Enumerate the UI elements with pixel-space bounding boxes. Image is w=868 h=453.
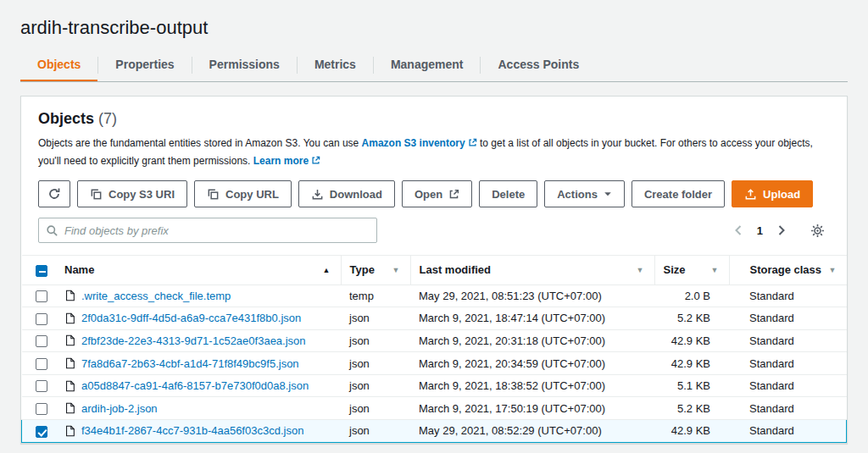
external-link-icon [311, 156, 320, 165]
column-header-name[interactable]: Name▲ [56, 256, 341, 285]
table-row: 2fbf23de-22e3-4313-9d71-1c52ae0f3aea.jso… [22, 329, 847, 352]
object-storage-class: Standard [729, 307, 847, 330]
open-button[interactable]: Open [402, 180, 472, 207]
row-checkbox[interactable] [36, 335, 47, 347]
column-header-size[interactable]: Size▼ [654, 256, 729, 285]
objects-panel-header: Objects (7) Objects are the fundamental … [21, 97, 847, 170]
object-size: 5.1 KB [654, 374, 729, 397]
copy-icon [90, 188, 103, 201]
object-last-modified: March 9, 2021, 20:34:59 (UTC+07:00) [410, 352, 654, 375]
object-name-link[interactable]: .write_access_check_file.temp [81, 290, 231, 302]
table-row: ardih-job-2.json json March 9, 2021, 17:… [22, 397, 847, 420]
object-name-link[interactable]: ardih-job-2.json [81, 402, 158, 415]
object-storage-class: Standard [729, 285, 847, 307]
caret-down-icon [604, 190, 612, 198]
copy-icon [207, 188, 220, 201]
upload-icon [744, 188, 757, 201]
chevron-left-icon [733, 224, 743, 236]
object-last-modified: March 9, 2021, 18:47:14 (UTC+07:00) [410, 307, 654, 330]
bucket-tabs: Objects Properties Permissions Metrics M… [20, 49, 848, 82]
delete-button[interactable]: Delete [479, 180, 537, 207]
copy-s3-uri-button[interactable]: Copy S3 URI [77, 180, 187, 207]
download-icon [311, 188, 324, 201]
object-type: json [341, 307, 410, 330]
table-row: 7fa8d6a7-2b63-4cbf-a1d4-71f8f49bc9f5.jso… [22, 352, 847, 375]
object-storage-class: Standard [729, 419, 847, 442]
tab-management[interactable]: Management [374, 49, 481, 81]
learn-more-link[interactable]: Learn more [253, 155, 320, 167]
object-type: json [341, 352, 410, 375]
object-last-modified: March 9, 2021, 20:31:18 (UTC+07:00) [410, 329, 654, 352]
chevron-right-icon [776, 224, 787, 236]
column-header-storage-class[interactable]: Storage class▼ [729, 256, 847, 285]
row-checkbox[interactable] [36, 313, 47, 325]
object-storage-class: Standard [729, 374, 847, 397]
select-all-header [22, 256, 57, 285]
sort-caret-icon: ▼ [711, 266, 721, 274]
row-checkbox[interactable] [36, 290, 47, 302]
objects-count: (7) [98, 110, 117, 127]
copy-url-button[interactable]: Copy URL [194, 180, 292, 207]
create-folder-button[interactable]: Create folder [632, 180, 725, 207]
file-icon [64, 402, 75, 414]
row-checkbox[interactable] [36, 380, 47, 392]
current-page[interactable]: 1 [752, 224, 768, 237]
sort-caret-icon: ▼ [637, 266, 646, 274]
file-icon [64, 334, 75, 346]
table-row: .write_access_check_file.temp temp May 2… [22, 285, 847, 307]
search-row: 1 [21, 218, 847, 255]
row-checkbox[interactable] [36, 358, 47, 370]
page-title: ardih-transcribe-output [20, 17, 848, 39]
object-type: temp [341, 285, 410, 307]
object-size: 5.2 KB [654, 397, 729, 420]
object-type: json [341, 329, 410, 352]
sort-caret-icon: ▼ [829, 266, 838, 274]
tab-permissions[interactable]: Permissions [192, 49, 297, 81]
search-box [38, 218, 377, 243]
external-link-icon [448, 189, 459, 200]
objects-panel: Objects (7) Objects are the fundamental … [20, 96, 848, 444]
row-checkbox[interactable] [36, 403, 47, 415]
tab-objects[interactable]: Objects [20, 49, 97, 81]
select-all-checkbox[interactable] [36, 265, 47, 277]
objects-table: Name▲ Type▼ Last modified▼ Size▼ Storage… [21, 255, 847, 443]
object-name-link[interactable]: 2f0da31c-9dff-4d5d-a6a9-cca7e431f8b0.jso… [81, 312, 301, 324]
preferences-button[interactable] [805, 220, 830, 241]
object-storage-class: Standard [729, 329, 847, 352]
table-row: a05d8847-ca91-4af6-8157-b7e730f0d0a8.jso… [22, 374, 847, 397]
column-header-last-modified[interactable]: Last modified▼ [410, 256, 654, 285]
object-size: 42.9 KB [654, 352, 729, 375]
amazon-s3-inventory-link[interactable]: Amazon S3 inventory [362, 137, 477, 149]
objects-description: Objects are the fundamental entities sto… [38, 135, 830, 170]
sort-ascending-icon: ▲ [323, 266, 332, 274]
objects-heading: Objects (7) [38, 110, 830, 128]
object-name-link[interactable]: a05d8847-ca91-4af6-8157-b7e730f0d0a8.jso… [81, 379, 309, 392]
search-input[interactable] [38, 218, 377, 243]
file-icon [64, 380, 75, 392]
next-page-button[interactable] [771, 221, 792, 240]
object-name-link[interactable]: 7fa8d6a7-2b63-4cbf-a1d4-71f8f49bc9f5.jso… [81, 357, 299, 370]
actions-button[interactable]: Actions [544, 180, 625, 207]
row-checkbox[interactable] [36, 426, 47, 438]
sort-caret-icon: ▼ [392, 266, 402, 274]
file-icon [64, 312, 75, 324]
object-last-modified: May 29, 2021, 08:51:23 (UTC+07:00) [410, 285, 654, 307]
object-type: json [341, 374, 410, 397]
refresh-button[interactable] [38, 180, 70, 207]
object-storage-class: Standard [729, 352, 847, 375]
tab-properties[interactable]: Properties [98, 49, 191, 81]
object-name-link[interactable]: f34e4b1f-2867-4cc7-931b-4aa56f03c3cd.jso… [81, 424, 303, 437]
object-last-modified: March 9, 2021, 17:50:19 (UTC+07:00) [410, 397, 654, 420]
object-size: 42.9 KB [654, 419, 729, 442]
column-header-type[interactable]: Type▼ [341, 256, 410, 285]
object-size: 2.0 B [654, 285, 729, 307]
search-icon [46, 224, 58, 237]
download-button[interactable]: Download [298, 180, 395, 207]
object-name-link[interactable]: 2fbf23de-22e3-4313-9d71-1c52ae0f3aea.jso… [81, 334, 306, 347]
previous-page-button[interactable] [728, 221, 748, 240]
tab-access-points[interactable]: Access Points [481, 49, 596, 81]
upload-button[interactable]: Upload [732, 180, 813, 207]
object-storage-class: Standard [729, 397, 847, 420]
table-header-row: Name▲ Type▼ Last modified▼ Size▼ Storage… [22, 256, 847, 285]
tab-metrics[interactable]: Metrics [298, 49, 373, 81]
